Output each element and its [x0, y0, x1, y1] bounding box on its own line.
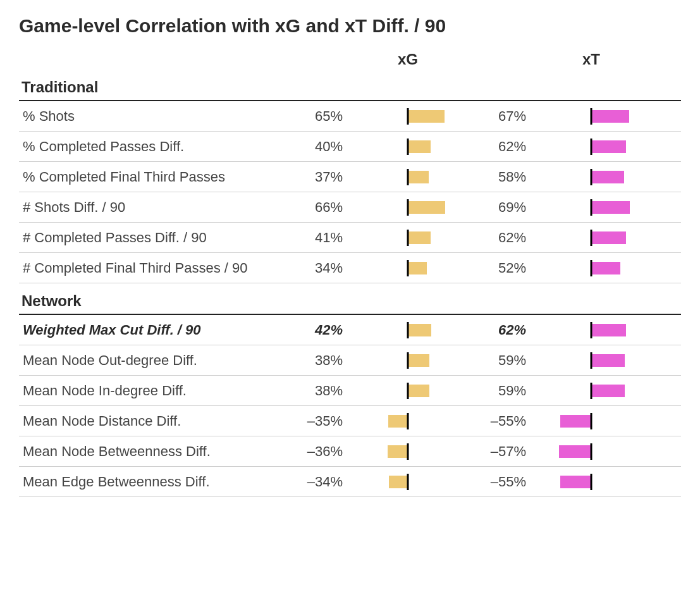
metric-label: Mean Edge Betweenness Diff.: [19, 474, 285, 490]
bar-axis: [407, 108, 409, 125]
xt-value: 59%: [468, 383, 531, 399]
metric-label: Mean Node In-degree Diff.: [19, 383, 285, 399]
bar-fill: [408, 324, 431, 336]
bar-axis: [407, 260, 409, 276]
metric-label: Mean Node Out-degree Diff.: [19, 352, 285, 369]
bar-cell-xt: [535, 259, 648, 278]
bar-cell-xt: [535, 137, 648, 156]
bar-cell-xg: [352, 259, 464, 278]
xg-value: 40%: [285, 139, 348, 155]
bar-fill: [408, 140, 431, 153]
xt-value: 67%: [468, 108, 531, 125]
bar-cell-xg: [352, 168, 464, 187]
xg-value: 41%: [285, 230, 348, 246]
bar-fill: [591, 201, 630, 214]
table-row: Mean Node Out-degree Diff.38%59%: [19, 345, 681, 376]
bar-cell-xt: [535, 472, 648, 491]
bar-axis: [407, 139, 409, 155]
xt-value: 62%: [468, 139, 531, 155]
column-header-xt: xT: [531, 51, 651, 68]
bar-cell-xt: [535, 321, 648, 340]
metric-label: % Completed Passes Diff.: [19, 139, 285, 155]
bar-axis: [591, 352, 593, 369]
xg-value: 37%: [285, 169, 348, 185]
xt-value: 69%: [468, 199, 531, 216]
bar-fill: [408, 354, 429, 367]
xg-value: 34%: [285, 260, 348, 276]
table-row: # Shots Diff. / 9066%69%: [19, 192, 681, 223]
xg-value: –36%: [285, 443, 348, 460]
bar-axis: [591, 169, 593, 185]
bar-cell-xg: [352, 107, 464, 126]
table-row: # Completed Final Third Passes / 9034%52…: [19, 253, 681, 283]
table-row: # Completed Passes Diff. / 9041%62%: [19, 223, 681, 253]
xg-value: 38%: [285, 352, 348, 369]
bar-fill: [591, 110, 629, 123]
bar-cell-xg: [352, 321, 464, 340]
bar-fill: [389, 476, 408, 488]
bar-axis: [591, 260, 593, 276]
bar-axis: [591, 322, 593, 338]
metric-label: Mean Node Distance Diff.: [19, 413, 285, 429]
metric-label: # Completed Final Third Passes / 90: [19, 260, 285, 276]
xg-value: –34%: [285, 474, 348, 490]
xt-value: –55%: [468, 474, 531, 490]
table-row: Mean Edge Betweenness Diff.–34%–55%: [19, 467, 681, 497]
bar-cell-xg: [352, 228, 464, 247]
bar-fill: [408, 385, 429, 397]
metric-label: % Completed Final Third Passes: [19, 169, 285, 185]
table-row: Weighted Max Cut Diff. / 9042%62%: [19, 315, 681, 345]
bar-fill: [408, 110, 445, 123]
bar-fill: [560, 415, 591, 428]
bar-cell-xg: [352, 412, 464, 431]
xt-value: 58%: [468, 169, 531, 185]
bar-cell-xt: [535, 168, 648, 187]
xt-value: –55%: [468, 413, 531, 429]
xt-value: 59%: [468, 352, 531, 369]
xt-value: –57%: [468, 443, 531, 460]
metric-label: Mean Node Betweenness Diff.: [19, 443, 285, 460]
bar-axis: [407, 474, 409, 490]
bar-fill: [591, 262, 620, 274]
bar-fill: [559, 445, 591, 458]
column-header-xg: xG: [348, 51, 468, 68]
bar-axis: [591, 383, 593, 399]
bar-cell-xg: [352, 472, 464, 491]
bar-axis: [407, 230, 409, 246]
group-title: Traditional: [21, 78, 681, 96]
bar-axis: [591, 474, 593, 490]
xg-value: 66%: [285, 199, 348, 216]
xt-value: 62%: [468, 322, 531, 338]
bar-axis: [407, 199, 409, 216]
table-row: % Completed Final Third Passes37%58%: [19, 162, 681, 192]
bar-fill: [591, 140, 626, 153]
bar-cell-xt: [535, 381, 648, 400]
bar-cell-xg: [352, 442, 464, 461]
bar-fill: [591, 324, 626, 336]
bar-fill: [591, 385, 625, 397]
bar-axis: [591, 199, 593, 216]
metric-label: # Completed Passes Diff. / 90: [19, 230, 285, 246]
group-title: Network: [21, 292, 681, 310]
xg-value: 42%: [285, 322, 348, 338]
metric-label: % Shots: [19, 108, 285, 125]
bar-axis: [407, 352, 409, 369]
xg-value: –35%: [285, 413, 348, 429]
bar-axis: [591, 139, 593, 155]
bar-axis: [591, 108, 593, 125]
metric-label: # Shots Diff. / 90: [19, 199, 285, 216]
table-row: Mean Node In-degree Diff.38%59%: [19, 376, 681, 406]
bar-cell-xg: [352, 381, 464, 400]
table-row: % Shots65%67%: [19, 101, 681, 132]
xt-value: 62%: [468, 230, 531, 246]
bar-cell-xg: [352, 198, 464, 217]
bar-fill: [388, 445, 408, 458]
bar-fill: [408, 201, 445, 214]
bar-cell-xt: [535, 412, 648, 431]
metric-label: Weighted Max Cut Diff. / 90: [19, 322, 285, 338]
bar-fill: [388, 415, 408, 428]
page-title: Game-level Correlation with xG and xT Di…: [19, 15, 681, 37]
bar-cell-xt: [535, 107, 648, 126]
bar-fill: [591, 171, 624, 183]
bar-cell-xt: [535, 228, 648, 247]
